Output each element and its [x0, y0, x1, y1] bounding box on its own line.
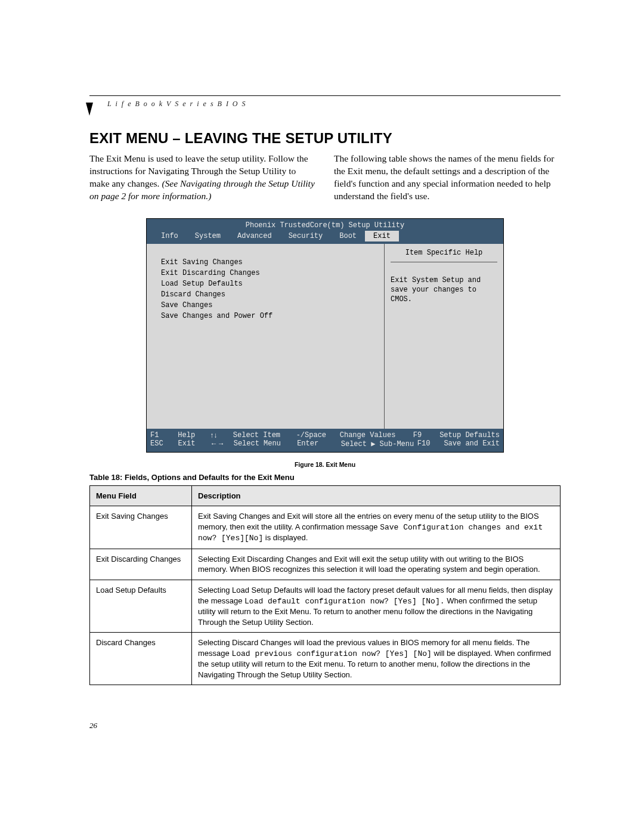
menu-item[interactable]: Discard Changes [161, 289, 384, 300]
intro-left: The Exit Menu is used to leave the setup… [89, 153, 316, 203]
key-space-label: Change Values [340, 431, 410, 439]
key-updown-label: Select Item [233, 431, 293, 439]
header-pointer-icon [86, 103, 93, 116]
key-f9: F9 [413, 431, 436, 439]
bios-title: Phoenix TrustedCore(tm) Setup Utility [147, 219, 503, 231]
key-updown-icon: ↑↓ [210, 431, 230, 439]
cell-description: Selecting Discard Changes will load the … [192, 633, 561, 685]
cell-menu-field: Exit Discarding Changes [90, 549, 192, 580]
key-esc: ESC [150, 439, 175, 448]
key-esc-label: Exit [178, 439, 207, 448]
tab-security[interactable]: Security [280, 231, 332, 241]
table-row: Discard ChangesSelecting Discard Changes… [90, 633, 561, 685]
bios-menu-list: Exit Saving Changes Exit Discarding Chan… [147, 244, 384, 429]
tab-exit[interactable]: Exit [365, 231, 399, 241]
bios-setup-screenshot: Phoenix TrustedCore(tm) Setup Utility In… [146, 218, 504, 453]
help-panel-text: Exit System Setup and save your changes … [391, 262, 497, 305]
th-description: Description [192, 485, 561, 506]
menu-item[interactable]: Save Changes [161, 300, 384, 311]
intro-columns: The Exit Menu is used to leave the setup… [89, 153, 561, 203]
th-menu-field: Menu Field [90, 485, 192, 506]
key-leftright-label: Select Menu [234, 439, 293, 448]
cell-description: Exit Saving Changes and Exit will store … [192, 506, 561, 549]
page-number: 26 [89, 721, 561, 730]
page-title: EXIT MENU – LEAVING THE SETUP UTILITY [89, 130, 561, 147]
running-header: L i f e B o o k V S e r i e s B I O S [107, 100, 561, 109]
key-f1: F1 [150, 431, 174, 439]
cell-menu-field: Load Setup Defaults [90, 580, 192, 632]
figure-caption: Figure 18. Exit Menu [89, 461, 561, 468]
key-f10-label: Save and Exit [444, 439, 500, 448]
table-row: Load Setup DefaultsSelecting Load Setup … [90, 580, 561, 632]
cell-description: Selecting Exit Discarding Changes and Ex… [192, 549, 561, 580]
key-enter-label: Select ▶ Sub-Menu [341, 439, 414, 448]
cell-description: Selecting Load Setup Defaults will load … [192, 580, 561, 632]
key-enter: Enter [297, 439, 338, 448]
menu-item[interactable]: Load Setup Defaults [161, 278, 384, 289]
tab-advanced[interactable]: Advanced [229, 231, 280, 241]
bios-footer-keys: F1 Help ↑↓ Select Item -/Space Change Va… [147, 429, 503, 452]
cell-menu-field: Exit Saving Changes [90, 506, 192, 549]
table-caption: Table 18: Fields, Options and Defaults f… [89, 473, 561, 482]
table-row: Exit Saving ChangesExit Saving Changes a… [90, 506, 561, 549]
key-f9-label: Setup Defaults [439, 431, 500, 439]
key-leftright-icon: ←→ [210, 439, 230, 448]
tab-system[interactable]: System [187, 231, 229, 241]
key-space: -/Space [296, 431, 336, 439]
bios-tab-bar: Info System Advanced Security Boot Exit [147, 231, 503, 244]
table-row: Exit Discarding ChangesSelecting Exit Di… [90, 549, 561, 580]
menu-item[interactable]: Exit Discarding Changes [161, 268, 384, 278]
tab-boot[interactable]: Boot [331, 231, 365, 241]
cell-menu-field: Discard Changes [90, 633, 192, 685]
help-panel-title: Item Specific Help [391, 249, 497, 262]
fields-table: Menu Field Description Exit Saving Chang… [89, 485, 561, 686]
key-f1-label: Help [178, 431, 206, 439]
key-f10: F10 [417, 439, 441, 448]
menu-item[interactable]: Save Changes and Power Off [161, 311, 384, 321]
intro-right: The following table shows the names of t… [334, 153, 561, 203]
menu-item[interactable]: Exit Saving Changes [161, 257, 384, 268]
tab-info[interactable]: Info [153, 231, 187, 241]
